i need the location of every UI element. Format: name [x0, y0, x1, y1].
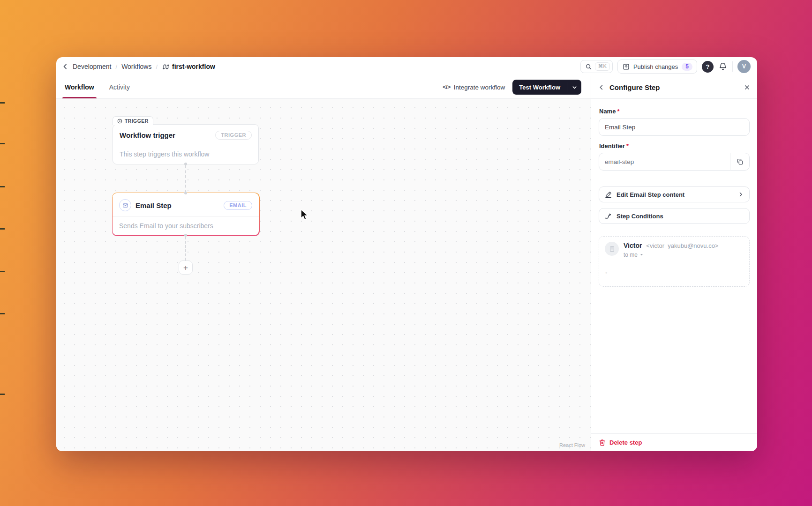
- chevron-left-icon: [62, 63, 68, 70]
- breadcrumb-current: first-workflow: [162, 63, 215, 70]
- email-node-selection-border: Email Step EMAIL Sends Email to your sub…: [112, 193, 260, 236]
- caret-down-icon: [639, 253, 644, 257]
- bell-icon: [718, 62, 728, 71]
- edge-connector: [185, 165, 186, 193]
- add-step-button[interactable]: +: [179, 260, 193, 275]
- search-input[interactable]: ⌘K: [580, 60, 613, 73]
- email-node-description: Sends Email to your subscribers: [113, 216, 259, 236]
- integrate-workflow-label: Integrate workflow: [454, 84, 505, 91]
- trigger-node-title: Workflow trigger: [120, 131, 211, 139]
- close-icon: [744, 84, 750, 90]
- required-asterisk: *: [626, 142, 629, 149]
- tab-activity[interactable]: Activity: [108, 76, 131, 98]
- email-node[interactable]: Email Step EMAIL Sends Email to your sub…: [113, 193, 259, 235]
- trash-icon: [599, 439, 606, 446]
- email-node-title: Email Step: [135, 201, 219, 209]
- conditions-icon: [605, 213, 612, 220]
- node-handle: [184, 192, 187, 194]
- email-node-badge: EMAIL: [224, 201, 252, 210]
- node-handle: [184, 234, 187, 237]
- configure-step-panel: Configure Step Name* Identifier*: [591, 76, 757, 451]
- breadcrumb-current-label: first-workflow: [172, 63, 215, 70]
- tab-bar: Workflow Activity </> Integrate workflow…: [56, 76, 591, 99]
- delete-step-label: Delete step: [609, 439, 642, 446]
- publish-label: Publish changes: [633, 63, 678, 70]
- integrate-workflow-link[interactable]: </> Integrate workflow: [443, 84, 505, 91]
- chevron-left-icon: [598, 84, 604, 90]
- publish-changes-button[interactable]: Publish changes 5: [617, 60, 697, 74]
- sender-name: Victor: [624, 242, 642, 249]
- back-button[interactable]: [62, 63, 68, 70]
- trigger-node-badge: TRIGGER: [215, 131, 252, 140]
- code-icon: </>: [443, 84, 451, 90]
- top-header: Development / Workflows / first-workflow…: [56, 57, 757, 76]
- copy-icon: [737, 158, 744, 165]
- help-button[interactable]: ?: [702, 61, 714, 73]
- trigger-icon: [117, 119, 122, 124]
- breadcrumb-separator: /: [156, 63, 158, 70]
- test-workflow-button[interactable]: Test Workflow: [512, 80, 581, 95]
- sender-line: Victor <victor_yakubu@novu.co>: [624, 242, 718, 250]
- mouse-cursor: [299, 208, 311, 222]
- app-window: Development / Workflows / first-workflow…: [56, 57, 757, 451]
- test-workflow-dropdown[interactable]: [567, 80, 581, 95]
- recipient-label: to me: [624, 252, 638, 258]
- trigger-node-description: This step triggers this workflow: [113, 145, 258, 164]
- search-icon: [586, 64, 592, 70]
- breadcrumb-item-development[interactable]: Development: [73, 63, 112, 70]
- header-actions: ⌘K Publish changes 5 ? V: [580, 60, 751, 74]
- help-icon: ?: [706, 63, 710, 70]
- email-channel-icon: [119, 199, 131, 211]
- user-avatar[interactable]: V: [737, 60, 751, 73]
- name-label: Name*: [599, 108, 750, 115]
- name-input[interactable]: [599, 118, 750, 136]
- breadcrumb-item-workflows[interactable]: Workflows: [121, 63, 151, 70]
- chevron-right-icon: [738, 192, 744, 197]
- sender-email: <victor_yakubu@novu.co>: [646, 242, 718, 249]
- tab-workflow[interactable]: Workflow: [64, 76, 95, 98]
- panel-back-button[interactable]: [598, 84, 604, 90]
- edit-email-content-button[interactable]: Edit Email Step content: [599, 186, 750, 202]
- panel-title: Configure Step: [609, 83, 660, 91]
- identifier-input[interactable]: [599, 153, 750, 171]
- notifications-button[interactable]: [718, 62, 728, 71]
- edge-connector: [185, 237, 186, 260]
- breadcrumb-separator: /: [116, 63, 118, 70]
- publish-count-badge: 5: [682, 63, 692, 71]
- panel-content: Name* Identifier*: [591, 99, 757, 433]
- breadcrumb: Development / Workflows / first-workflow: [62, 63, 215, 70]
- avatar-initial: V: [742, 63, 746, 70]
- delete-step-button[interactable]: Delete step: [591, 433, 757, 451]
- edit-email-content-label: Edit Email Step content: [617, 191, 684, 198]
- trigger-node[interactable]: Workflow trigger TRIGGER This step trigg…: [113, 124, 259, 164]
- email-body-text: -: [599, 264, 749, 286]
- workflow-canvas[interactable]: TRIGGER Workflow trigger TRIGGER This st…: [56, 99, 591, 451]
- panel-close-button[interactable]: [744, 84, 750, 90]
- pencil-icon: [605, 191, 612, 198]
- publish-icon: [623, 63, 630, 70]
- trigger-tab: TRIGGER: [113, 116, 153, 125]
- copy-identifier-button[interactable]: [730, 153, 750, 171]
- required-asterisk: *: [617, 108, 619, 115]
- sender-avatar: [605, 242, 619, 256]
- identifier-label: Identifier*: [599, 142, 750, 149]
- email-preview-card: Victor <victor_yakubu@novu.co> to me: [599, 236, 750, 287]
- react-flow-attribution: React Flow: [559, 442, 585, 448]
- panel-header: Configure Step: [591, 76, 757, 99]
- recipient-line[interactable]: to me: [624, 252, 718, 258]
- step-conditions-button[interactable]: Step Conditions: [599, 208, 750, 224]
- search-shortcut: ⌘K: [595, 62, 610, 71]
- organization-icon: [609, 246, 616, 253]
- workflow-icon: [162, 63, 169, 70]
- trigger-tab-label: TRIGGER: [125, 118, 149, 124]
- header-divider: [732, 61, 733, 72]
- test-workflow-label: Test Workflow: [512, 80, 567, 95]
- step-conditions-label: Step Conditions: [617, 213, 663, 220]
